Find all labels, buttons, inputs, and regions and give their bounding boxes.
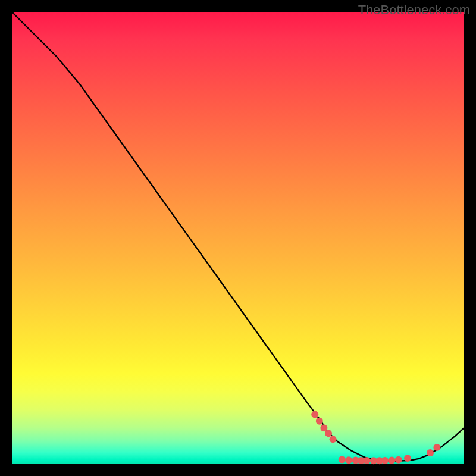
curve-markers bbox=[311, 411, 440, 464]
marker-dot bbox=[427, 449, 434, 456]
marker-dot bbox=[330, 436, 337, 443]
marker-dot bbox=[388, 457, 395, 464]
marker-dot bbox=[325, 430, 332, 437]
plot-area bbox=[12, 12, 464, 464]
chart-svg bbox=[12, 12, 464, 464]
marker-dot bbox=[311, 411, 318, 418]
marker-dot bbox=[404, 455, 411, 462]
marker-dot bbox=[433, 444, 440, 451]
marker-dot bbox=[345, 456, 352, 464]
curve-line bbox=[12, 12, 464, 461]
marker-dot bbox=[381, 457, 389, 464]
marker-dot bbox=[316, 418, 323, 425]
marker-dot bbox=[395, 456, 402, 464]
marker-dot bbox=[339, 456, 346, 463]
marker-dot bbox=[364, 457, 371, 464]
watermark-text: TheBottleneck.com bbox=[358, 2, 470, 18]
